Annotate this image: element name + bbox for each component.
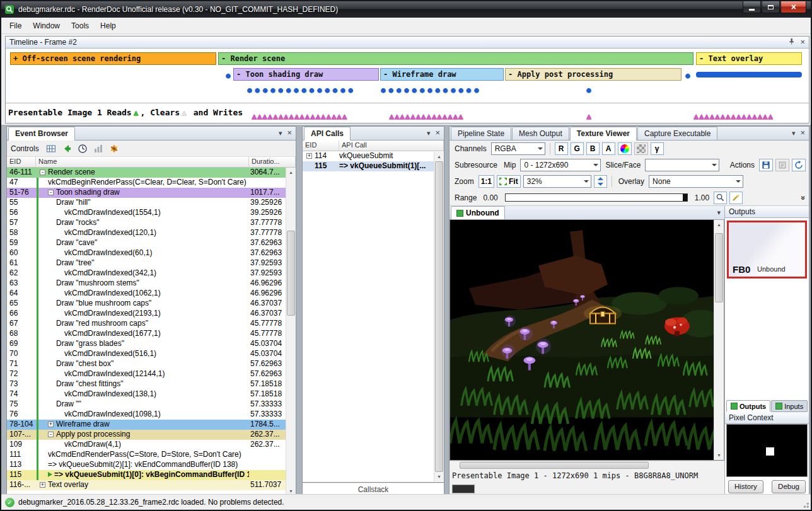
- api-calls-scrollbar[interactable]: [434, 152, 444, 481]
- pin-icon[interactable]: [788, 38, 795, 47]
- tab-event-browser[interactable]: Event Browser: [8, 127, 75, 141]
- scroll-down-icon[interactable]: [714, 451, 724, 460]
- timeline-content[interactable]: + Off-screen scene rendering - Render sc…: [6, 49, 809, 123]
- settings-flower-icon[interactable]: [108, 142, 120, 155]
- scroll-thumb[interactable]: [287, 231, 295, 316]
- event-row[interactable]: 66vkCmdDrawIndexed(2193,1)46.37037: [7, 309, 286, 319]
- slice-face-select[interactable]: [645, 159, 719, 171]
- stats-icon[interactable]: [92, 142, 105, 155]
- refresh-icon[interactable]: [792, 159, 806, 171]
- event-row[interactable]: 74vkCmdDrawIndexed(138,1)57.18518: [7, 389, 286, 399]
- tab-inputs[interactable]: Inputs: [771, 400, 808, 412]
- event-row[interactable]: 107-...Apply post processing262.37...: [7, 430, 286, 440]
- autofit-wand-icon[interactable]: [729, 192, 743, 204]
- event-row[interactable]: 59Draw "cave"37.62963: [7, 238, 286, 248]
- scroll-up-icon[interactable]: [286, 168, 296, 177]
- title-bar[interactable]: debugmarker.rdc - RenderDoc Unofficial r…: [1, 1, 811, 18]
- menu-file[interactable]: File: [4, 19, 27, 33]
- api-call-row[interactable]: 114 vkQueueSubmit: [303, 151, 434, 161]
- expand-icon[interactable]: [40, 482, 45, 488]
- event-row[interactable]: 109vkCmdDraw(4,1)262.37...: [7, 440, 286, 450]
- scroll-up-icon[interactable]: [434, 152, 444, 161]
- tab-mesh-output[interactable]: Mesh Output: [512, 127, 569, 140]
- event-row[interactable]: 69Draw "grass blades"45.03704: [7, 339, 286, 349]
- event-row[interactable]: 67Draw "red mushroom caps"45.77778: [7, 319, 286, 329]
- close-button[interactable]: [780, 1, 806, 13]
- chevron-down-icon[interactable]: [279, 129, 282, 137]
- event-row[interactable]: 62vkCmdDrawIndexed(342,1)37.92593: [7, 268, 286, 278]
- maximize-button[interactable]: [762, 1, 780, 13]
- chevron-down-icon[interactable]: [792, 129, 796, 137]
- toolbar-overflow-icon[interactable]: »: [799, 195, 808, 200]
- tab-pipeline-state[interactable]: Pipeline State: [451, 127, 511, 140]
- zoom-fit-button[interactable]: Fit: [497, 175, 521, 188]
- column-name[interactable]: Name: [36, 157, 249, 168]
- timeline-marker-toon-shading[interactable]: - Toon shading draw: [233, 68, 379, 81]
- event-browser-scrollbar[interactable]: [286, 168, 296, 496]
- timeline-marker-post-processing[interactable]: - Apply post processing: [505, 68, 682, 81]
- export-icon[interactable]: [775, 159, 789, 171]
- alpha-channel-button[interactable]: A: [602, 142, 615, 155]
- event-row[interactable]: 64vkCmdDrawIndexed(1062,1)46.96296: [7, 289, 286, 299]
- draw-dot[interactable]: ●: [226, 71, 231, 80]
- column-eid[interactable]: EID: [303, 141, 339, 151]
- range-slider-handle[interactable]: [683, 194, 687, 201]
- chevron-down-icon[interactable]: [427, 129, 431, 137]
- draw-dot[interactable]: ●: [685, 71, 690, 80]
- texture-display[interactable]: [450, 220, 724, 461]
- event-row[interactable]: 116-...Text overlay511.7037: [7, 480, 286, 490]
- close-icon[interactable]: [435, 129, 440, 137]
- event-row[interactable]: 61Draw "tree"37.92593: [7, 258, 286, 268]
- event-row[interactable]: 47vkCmdBeginRenderPass(C=Clear, D=Clear,…: [7, 178, 286, 188]
- menu-help[interactable]: Help: [95, 19, 122, 33]
- writes-markers[interactable]: ▲: [586, 106, 591, 123]
- channels-select[interactable]: RGBA: [491, 142, 545, 155]
- timeline-marker-wireframe[interactable]: - Wireframe draw: [380, 68, 504, 81]
- event-row[interactable]: 46-111Render scene3064.7...: [7, 168, 286, 178]
- tab-texture-viewer[interactable]: Texture Viewer: [570, 127, 637, 141]
- event-row[interactable]: 70vkCmdDrawIndexed(516,1)45.03704: [7, 349, 286, 359]
- api-table-header[interactable]: EID API Call: [303, 141, 444, 151]
- range-slider[interactable]: [505, 193, 688, 202]
- overlay-select[interactable]: None: [649, 175, 743, 188]
- scroll-up-icon[interactable]: [714, 220, 724, 229]
- menu-tools[interactable]: Tools: [66, 19, 95, 33]
- chevron-down-icon[interactable]: [717, 208, 721, 217]
- collapse-icon[interactable]: [48, 190, 54, 195]
- zoom-percent-select[interactable]: 32%: [523, 175, 591, 188]
- text-overlay-activity-bar[interactable]: [696, 72, 802, 78]
- event-row[interactable]: 72vkCmdDrawIndexed(12144,1)57.62963: [7, 369, 286, 379]
- pixel-context-view[interactable]: [726, 424, 808, 477]
- tab-outputs[interactable]: Outputs: [726, 400, 770, 412]
- event-row[interactable]: 57Draw "rocks"37.77778: [7, 218, 286, 228]
- scroll-thumb[interactable]: [435, 161, 443, 472]
- flip-vertical-icon[interactable]: [594, 175, 607, 188]
- event-row[interactable]: 63Draw "mushroom stems"46.96296: [7, 278, 286, 289]
- color-wheel-icon[interactable]: [618, 142, 632, 155]
- timeline-marker-render-scene[interactable]: - Render scene: [218, 52, 693, 65]
- scroll-down-icon[interactable]: [434, 472, 444, 481]
- event-row[interactable]: 60vkCmdDrawIndexed(60,1)37.62963: [7, 248, 286, 258]
- history-button[interactable]: History: [728, 480, 763, 493]
- draw-dots-wireframe[interactable]: ●●●●●●●●●●●●●: [381, 85, 501, 95]
- draw-dots-toon[interactable]: ●●●●●●●●●●●●●●: [247, 85, 377, 95]
- debug-button[interactable]: Debug: [772, 480, 806, 493]
- timeline-caption[interactable]: Timeline - Frame #2: [6, 37, 809, 49]
- event-row[interactable]: 68vkCmdDrawIndexed(1677,1)45.77778: [7, 329, 286, 339]
- api-call-row-selected[interactable]: 115 => vkQueueSubmit(1)[...: [303, 161, 434, 171]
- event-table-header[interactable]: EID Name Duratio...: [7, 157, 296, 168]
- event-row[interactable]: 51-76Toon shading draw1017.7...: [7, 188, 286, 198]
- close-icon[interactable]: [287, 129, 292, 137]
- event-row[interactable]: 78-104Wireframe draw1784.5...: [7, 420, 286, 430]
- event-row[interactable]: 55Draw "hill"39.25926: [7, 198, 286, 208]
- expand-icon[interactable]: [306, 153, 312, 159]
- timeline-marker-text-overlay[interactable]: - Text overlay: [696, 52, 802, 65]
- column-eid[interactable]: EID: [7, 157, 36, 168]
- event-row[interactable]: 111vkCmdEndRenderPass(C=Store, D=Store, …: [7, 450, 286, 460]
- collapse-icon[interactable]: [48, 432, 54, 437]
- event-row[interactable]: 75Draw ""57.33333: [7, 399, 286, 410]
- gamma-button[interactable]: γ: [651, 142, 664, 155]
- tab-api-calls[interactable]: API Calls: [304, 127, 351, 141]
- timeline-marker-offscreen[interactable]: + Off-screen scene rendering: [10, 52, 216, 65]
- menu-window[interactable]: Window: [27, 19, 66, 33]
